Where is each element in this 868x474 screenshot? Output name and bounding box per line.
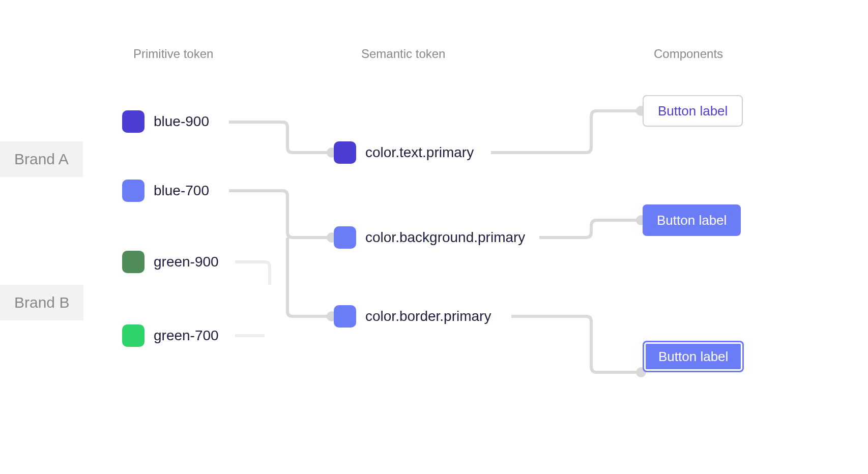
- swatch-blue-700: [122, 180, 144, 202]
- swatch-border-primary: [334, 305, 356, 328]
- label-green-700: green-700: [154, 328, 219, 344]
- label-blue-700: blue-700: [154, 183, 209, 199]
- label-blue-900: blue-900: [154, 113, 209, 130]
- swatch-green-900: [122, 251, 144, 273]
- button-solid[interactable]: Button label: [643, 204, 741, 236]
- button-outlined[interactable]: Button label: [643, 95, 743, 127]
- brand-b-label: Brand B: [0, 285, 83, 320]
- brand-a-label: Brand A: [0, 141, 83, 177]
- label-green-900: green-900: [154, 254, 219, 270]
- header-semantic: Semantic token: [361, 47, 445, 61]
- header-primitive: Primitive token: [133, 47, 213, 61]
- swatch-green-700: [122, 324, 144, 347]
- swatch-blue-900: [122, 110, 144, 133]
- header-components: Components: [654, 47, 723, 61]
- button-solid-label: Button label: [657, 213, 727, 228]
- swatch-text-primary: [334, 141, 356, 164]
- button-bordered[interactable]: Button label: [643, 341, 744, 372]
- label-border-primary: color.border.primary: [365, 308, 491, 324]
- swatch-bg-primary: [334, 226, 356, 249]
- label-text-primary: color.text.primary: [365, 144, 474, 161]
- button-bordered-label: Button label: [658, 349, 728, 365]
- label-bg-primary: color.background.primary: [365, 229, 525, 246]
- button-outlined-label: Button label: [658, 103, 728, 119]
- diagram-canvas: Primitive token Semantic token Component…: [0, 0, 868, 474]
